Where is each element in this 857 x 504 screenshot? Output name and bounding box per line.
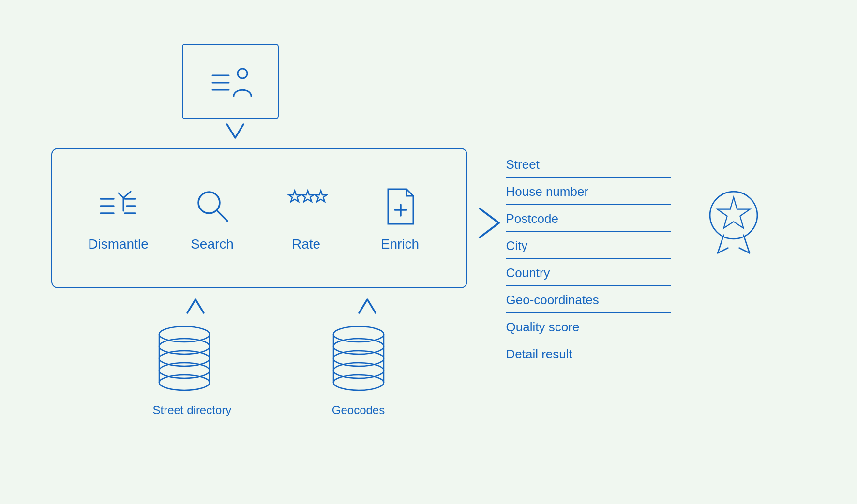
input-card-icon xyxy=(204,60,257,104)
arrow-up-street-dir xyxy=(183,291,208,319)
award-badge xyxy=(700,184,767,264)
enrich-label: Enrich xyxy=(381,237,419,252)
svg-marker-16 xyxy=(302,191,314,202)
svg-line-9 xyxy=(123,192,131,198)
output-postcode: Postcode xyxy=(506,205,671,232)
svg-marker-15 xyxy=(289,191,301,202)
street-directory-label: Street directory xyxy=(153,403,232,417)
output-detail-result: Detail result xyxy=(506,340,671,367)
svg-point-33 xyxy=(333,326,384,342)
svg-point-26 xyxy=(159,351,210,366)
geocodes-label: Geocodes xyxy=(327,403,390,417)
svg-point-3 xyxy=(238,69,247,78)
process-item-enrich: Enrich xyxy=(361,184,439,252)
svg-line-7 xyxy=(119,193,123,198)
output-list: Street House number Postcode City Countr… xyxy=(506,150,671,367)
rate-label: Rate xyxy=(292,237,320,252)
award-icon xyxy=(700,184,767,262)
input-card xyxy=(182,44,279,119)
street-directory-icon xyxy=(153,320,216,395)
process-item-search: Search xyxy=(174,184,251,252)
output-country: Country xyxy=(506,259,671,286)
svg-point-20 xyxy=(159,326,210,342)
output-geo-coordinates: Geo-coordinates xyxy=(506,286,671,313)
output-quality-score: Quality score xyxy=(506,313,671,340)
street-directory-db: Street directory xyxy=(153,320,232,417)
geocodes-db: Geocodes xyxy=(327,320,390,417)
svg-point-39 xyxy=(333,351,384,366)
search-label: Search xyxy=(191,237,234,252)
arrow-down-top xyxy=(223,120,247,145)
output-street: Street xyxy=(506,150,671,178)
output-house-number: House number xyxy=(506,178,671,205)
svg-point-32 xyxy=(159,375,210,390)
process-item-dismantle: Dismantle xyxy=(80,184,157,252)
process-item-rate: Rate xyxy=(268,184,345,252)
svg-point-36 xyxy=(333,339,384,354)
enrich-icon xyxy=(378,184,422,228)
output-city: City xyxy=(506,232,671,259)
arrow-right xyxy=(472,204,506,244)
dismantle-icon xyxy=(97,184,140,228)
svg-point-23 xyxy=(159,339,210,354)
svg-point-42 xyxy=(333,363,384,378)
svg-line-14 xyxy=(217,210,227,221)
svg-point-29 xyxy=(159,363,210,378)
arrow-up-geocodes xyxy=(355,291,379,319)
geocodes-icon xyxy=(327,320,390,395)
process-box: Dismantle Search Rate xyxy=(51,148,467,288)
dismantle-label: Dismantle xyxy=(88,237,148,252)
svg-marker-17 xyxy=(315,191,327,202)
svg-point-45 xyxy=(333,375,384,390)
svg-marker-47 xyxy=(717,197,750,228)
diagram-container: Dismantle Search Rate xyxy=(42,34,816,470)
search-icon xyxy=(191,184,234,228)
rate-icon xyxy=(285,184,328,228)
